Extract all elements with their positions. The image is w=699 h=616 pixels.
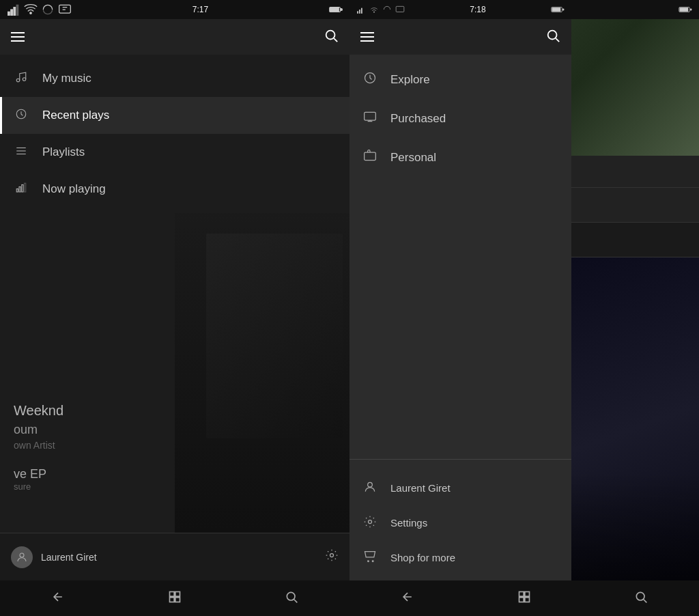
- svg-point-68: [636, 592, 644, 600]
- left-status-bar: 7:17: [0, 0, 350, 19]
- overlay-status-icons: [356, 5, 405, 14]
- svg-rect-18: [19, 187, 20, 193]
- svg-rect-51: [396, 6, 404, 12]
- nav-label-my-music: My music: [42, 72, 91, 85]
- nav-item-my-music[interactable]: My music: [0, 60, 350, 97]
- svg-rect-35: [679, 8, 688, 12]
- right-bottom-nav: [350, 580, 699, 616]
- left-search-button[interactable]: [324, 28, 339, 46]
- left-top-bar: [0, 19, 350, 55]
- overlay-item-purchased[interactable]: Purchased: [350, 99, 571, 138]
- right-battery-icon: [679, 5, 692, 14]
- overlay-battery-icon: [551, 5, 565, 14]
- svg-line-56: [556, 38, 559, 42]
- overlay-spacer: [350, 182, 571, 453]
- nav-label-recent-plays: Recent plays: [42, 109, 109, 122]
- overlay-user-label: Laurent Giret: [390, 482, 451, 494]
- settings-label: Settings: [390, 517, 427, 529]
- nav-label-now-playing: Now playing: [42, 182, 106, 196]
- purchased-icon: [363, 110, 377, 127]
- user-name-left: Laurent Giret: [41, 552, 97, 563]
- svg-point-22: [330, 554, 334, 557]
- overlay-sync-icon: [382, 5, 392, 14]
- overlay-bottom-items: Laurent Giret Settings Shop for mor: [350, 465, 571, 580]
- shop-icon: [363, 550, 377, 565]
- overlay-item-user[interactable]: Laurent Giret: [350, 471, 571, 505]
- artist-text: own Artist: [14, 440, 336, 451]
- overlay-menu: 7:18 Explo: [350, 0, 571, 616]
- svg-line-69: [643, 599, 646, 602]
- svg-point-63: [372, 561, 373, 562]
- home-button-right[interactable]: [504, 585, 545, 613]
- battery-icon: [329, 3, 343, 16]
- overlay-topbar: [350, 19, 571, 55]
- personal-label: Personal: [390, 151, 436, 165]
- back-button-left[interactable]: [38, 585, 79, 613]
- svg-rect-48: [359, 10, 360, 14]
- ep-title-text: ve EP: [14, 467, 46, 481]
- svg-rect-19: [22, 185, 23, 193]
- weeknd-text: Weeknd: [14, 403, 336, 419]
- svg-rect-23: [169, 591, 174, 596]
- left-content-area: Weeknd oum own Artist ve EP sure: [0, 213, 350, 533]
- overlay-signal-icon: [356, 5, 366, 14]
- svg-point-27: [287, 592, 295, 600]
- overlay-wifi-icon: [369, 5, 379, 14]
- clock-icon-left: [14, 108, 29, 123]
- svg-point-60: [368, 482, 373, 487]
- overlay-time: 7:18: [470, 5, 485, 14]
- overlay-battery: [551, 5, 565, 14]
- nav-label-playlists: Playlists: [42, 145, 85, 159]
- svg-point-12: [23, 78, 26, 81]
- settings-icon-overlay: [363, 515, 377, 531]
- status-icons-right: [329, 3, 343, 16]
- hamburger-button[interactable]: [11, 32, 25, 42]
- settings-button-left[interactable]: [325, 548, 339, 565]
- left-bottom-nav: [0, 580, 350, 616]
- right-panel: 7:18 Sale 360 360° videos: [350, 0, 699, 616]
- overlay-item-shop[interactable]: Shop for more: [350, 540, 571, 575]
- svg-rect-49: [361, 8, 362, 14]
- svg-rect-47: [357, 11, 358, 14]
- overlay-search-button[interactable]: [545, 28, 560, 46]
- overlay-hamburger-button[interactable]: [360, 32, 374, 42]
- nav-item-playlists[interactable]: Playlists: [0, 134, 350, 171]
- status-icons-left: [7, 3, 72, 16]
- left-time: 7:17: [192, 5, 208, 14]
- nav-item-now-playing[interactable]: Now playing: [0, 171, 350, 208]
- svg-rect-5: [59, 5, 71, 13]
- list-icon: [14, 145, 29, 160]
- explore-label: Explore: [390, 73, 430, 87]
- svg-rect-0: [8, 12, 10, 15]
- svg-rect-36: [690, 9, 691, 11]
- bars-icon: [14, 182, 29, 197]
- svg-rect-54: [562, 9, 564, 11]
- home-button-left[interactable]: [154, 585, 195, 613]
- ep-sub-text: sure: [14, 481, 46, 492]
- search-button-left[interactable]: [271, 585, 312, 613]
- overlay-nav-items: Explore Purchased Personal: [350, 55, 571, 182]
- left-nav-menu: My music Recent plays Playlists: [0, 55, 350, 213]
- shop-for-more-label: Shop for more: [390, 552, 455, 563]
- svg-point-50: [373, 12, 375, 13]
- overlay-item-settings[interactable]: Settings: [350, 505, 571, 540]
- music-note-icon: [14, 71, 29, 86]
- explore-icon: [363, 71, 377, 88]
- user-avatar-overlay: [363, 480, 377, 496]
- svg-rect-8: [341, 9, 342, 11]
- svg-rect-24: [175, 591, 180, 596]
- nav-item-recent-plays[interactable]: Recent plays: [0, 97, 350, 134]
- svg-rect-2: [14, 8, 16, 16]
- ep-info: ve EP sure: [14, 467, 46, 492]
- overlay-item-personal[interactable]: Personal: [350, 138, 571, 177]
- svg-rect-1: [11, 10, 12, 15]
- search-button-right[interactable]: [620, 585, 661, 613]
- user-avatar-left: [11, 546, 33, 568]
- back-button-right[interactable]: [387, 585, 428, 613]
- user-info: Laurent Giret: [11, 546, 97, 568]
- svg-rect-25: [169, 597, 174, 602]
- overlay-item-explore[interactable]: Explore: [350, 60, 571, 99]
- overlay-message-icon: [395, 5, 405, 14]
- right-battery: [679, 5, 692, 14]
- svg-point-21: [20, 553, 24, 557]
